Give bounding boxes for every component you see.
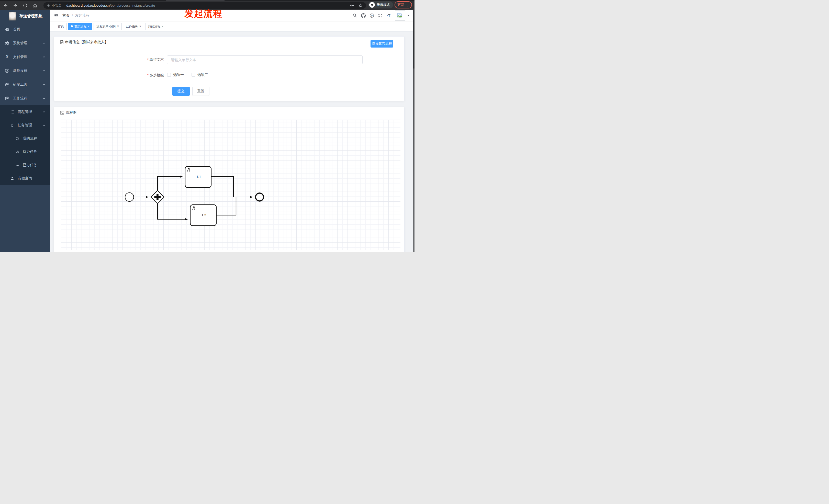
form-card-header: 申请信息【测试多审批人】 — [54, 37, 404, 44]
sidebar-item-label: 任务管理 — [17, 123, 32, 127]
sidebar-collapse-button[interactable] — [50, 10, 62, 21]
browser-update-button[interactable]: 更新 ⋮ — [395, 1, 412, 8]
password-key-button[interactable] — [349, 3, 354, 8]
browser-active-tab-edge — [166, 0, 224, 1]
browser-reload-button[interactable] — [23, 3, 28, 8]
url-host: dashboard.yudao.iocoder.cn — [67, 4, 110, 7]
tab-my-processes[interactable]: 我的流程 × — [145, 23, 166, 30]
browser-back-button[interactable] — [3, 3, 8, 8]
sidebar-item-label: 待办任务 — [23, 150, 37, 154]
checkbox-option-1[interactable]: 选项一 — [167, 73, 184, 77]
submit-button[interactable]: 提交 — [172, 87, 190, 96]
field-label-text: *单行文本 — [54, 57, 167, 62]
header-search-button[interactable] — [351, 10, 359, 22]
sidebar-item-infrastructure[interactable]: 基础设施 — [0, 64, 50, 78]
sidebar-item-label: 研发工具 — [13, 82, 27, 87]
monitor-icon — [5, 69, 9, 73]
sidebar-item-todo-tasks[interactable]: 待办任务 — [0, 145, 50, 158]
sidebar-item-my-processes[interactable]: 我的流程 — [0, 132, 50, 145]
task-label: 1.2 — [202, 213, 206, 217]
bpmn-canvas: 1.1 1.2 — [61, 120, 400, 250]
tab-close-icon[interactable]: × — [161, 25, 164, 28]
tab-close-icon[interactable]: × — [117, 25, 119, 28]
question-circle-icon: ? — [369, 13, 374, 18]
checkbox-box[interactable] — [191, 73, 195, 77]
breadcrumb-separator: / — [72, 13, 73, 17]
checkbox-label: 选项二 — [197, 73, 208, 77]
url-path: /bpm/process-instance/create — [110, 4, 155, 7]
tab-home[interactable]: 首页 — [55, 23, 67, 30]
tab-label: 首页 — [58, 24, 64, 29]
workflow-submenu: 流程管理 任务管理 我的流程 待办任务 已办任务 请假 — [0, 105, 50, 185]
list-icon — [10, 110, 14, 114]
sidebar-item-label: 已办任务 — [23, 163, 37, 167]
task-label: 1.1 — [196, 175, 201, 179]
diagram-card-header: 流程图 — [54, 107, 404, 118]
sidebar-item-process-management[interactable]: 流程管理 — [0, 105, 50, 119]
page-annotation-title: 发起流程 — [185, 8, 222, 20]
hamburger-icon — [54, 13, 59, 18]
sidebar-item-workflow[interactable]: 工作流程 — [0, 91, 50, 105]
checkbox-box[interactable] — [167, 73, 171, 77]
tab-close-icon[interactable]: × — [139, 25, 141, 28]
incognito-label: 无痕模式 — [377, 3, 390, 7]
end-event-node — [256, 193, 264, 201]
chevron-up-icon — [42, 124, 45, 127]
sidebar: 芋道管理系统 首页 系统管理 ¥ 支付管理 基础设施 研发工具 — [0, 10, 50, 252]
sidebar-item-label: 系统管理 — [13, 41, 27, 45]
bookmark-star-button[interactable] — [358, 3, 363, 8]
reset-button[interactable]: 重置 — [192, 87, 209, 96]
broken-image-icon — [397, 13, 403, 18]
header-help-button[interactable]: ? — [367, 10, 376, 22]
sidebar-item-payment[interactable]: ¥ 支付管理 — [0, 50, 50, 64]
face-icon — [15, 137, 20, 141]
fullscreen-icon — [378, 13, 383, 18]
tab-close-icon[interactable]: × — [88, 25, 89, 28]
avatar[interactable] — [395, 10, 405, 21]
eye-icon — [15, 150, 20, 154]
chevron-down-icon — [42, 55, 45, 59]
search-icon — [353, 13, 357, 17]
breadcrumb-home[interactable]: 首页 — [62, 13, 70, 18]
chevron-down-icon — [42, 42, 45, 45]
screen: 不安全 dashboard.yudao.iocoder.cn /bpm/proc… — [0, 0, 414, 252]
tab-form-edit[interactable]: 流程表单-编辑 × — [94, 23, 122, 30]
page-scrollbar[interactable] — [413, 10, 414, 252]
browser-home-button[interactable] — [32, 3, 37, 8]
reload-icon — [23, 3, 28, 8]
page-scrollbar-thumb[interactable] — [413, 10, 414, 69]
sidebar-item-home[interactable]: 首页 — [0, 23, 50, 36]
tab-create-process[interactable]: 发起流程 × — [68, 23, 92, 30]
checkbox-option-2[interactable]: 选项二 — [191, 73, 208, 77]
header-fullscreen-button[interactable] — [376, 10, 384, 22]
header-github-button[interactable] — [359, 10, 367, 22]
app-logo-row[interactable]: 芋道管理系统 — [0, 10, 50, 23]
avatar-caret-icon[interactable]: ▼ — [407, 14, 410, 17]
form-card-title: 申请信息【测试多审批人】 — [65, 40, 108, 44]
image-icon — [60, 111, 64, 115]
sidebar-item-system[interactable]: 系统管理 — [0, 36, 50, 50]
eye-closed-icon — [15, 163, 20, 167]
user-task-1-node: 1.1 — [185, 166, 211, 188]
flow-task2-up — [217, 197, 236, 215]
choose-other-process-button[interactable]: 选择其它流程 — [370, 40, 393, 47]
forward-icon — [13, 3, 18, 8]
sidebar-item-leave-query[interactable]: 请假查询 — [0, 172, 50, 185]
document-icon — [60, 40, 64, 44]
tab-done-tasks[interactable]: 已办任务 × — [123, 23, 144, 30]
sidebar-item-label: 请假查询 — [17, 176, 32, 181]
tab-label: 流程表单-编辑 — [97, 24, 116, 29]
github-icon — [361, 13, 366, 18]
sidebar-item-dev-tools[interactable]: 研发工具 — [0, 78, 50, 91]
sidebar-item-done-tasks[interactable]: 已办任务 — [0, 158, 50, 172]
flow-gateway-to-task2 — [157, 204, 187, 219]
font-size-button[interactable]: тT — [384, 10, 393, 22]
checkbox-label: 选项一 — [173, 73, 184, 77]
active-tab-dot — [71, 25, 73, 27]
browser-forward-button[interactable] — [13, 3, 18, 8]
checkbox-group: 选项一 选项二 — [167, 71, 208, 78]
single-line-text-input[interactable] — [167, 55, 363, 64]
user-icon — [10, 176, 14, 181]
sidebar-item-task-management[interactable]: 任务管理 — [0, 119, 50, 132]
user-task-2-node: 1.2 — [190, 205, 216, 226]
